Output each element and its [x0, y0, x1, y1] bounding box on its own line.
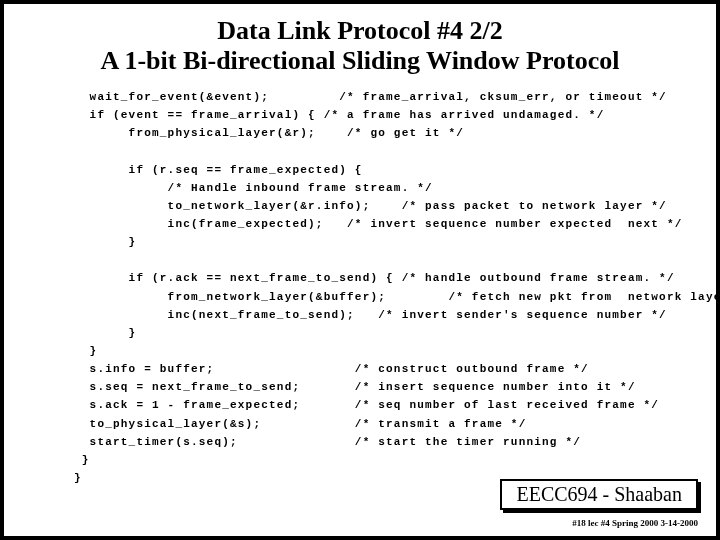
- slide-frame: Data Link Protocol #4 2/2 A 1-bit Bi-dir…: [0, 0, 720, 540]
- title-line-1: Data Link Protocol #4 2/2: [44, 16, 676, 46]
- footer-small: #18 lec #4 Spring 2000 3-14-2000: [572, 518, 698, 528]
- title-block: Data Link Protocol #4 2/2 A 1-bit Bi-dir…: [4, 4, 716, 82]
- footer-pill: EECC694 - Shaaban: [500, 479, 698, 510]
- title-line-2: A 1-bit Bi-directional Sliding Window Pr…: [44, 46, 676, 76]
- code-listing: wait_for_event(&event); /* frame_arrival…: [4, 82, 716, 487]
